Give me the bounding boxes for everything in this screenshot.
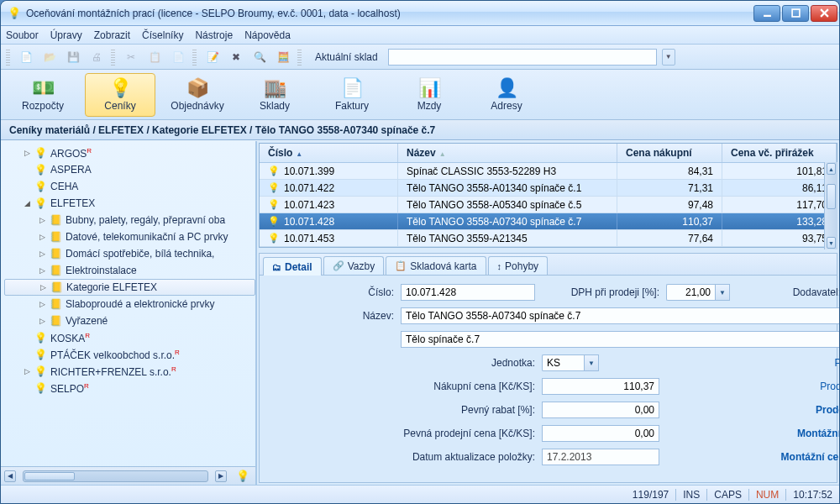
tree-item[interactable]: 💡PTÁČEK velkoobchod s.r.o.R xyxy=(4,346,255,363)
expand-icon[interactable]: ▷ xyxy=(24,149,31,157)
tree-hscrollbar[interactable] xyxy=(23,470,208,482)
copy-icon[interactable]: 📋 xyxy=(145,48,164,66)
nav-icon: 📊 xyxy=(416,77,443,99)
grid-vscrollbar[interactable]: ▲ ▼ xyxy=(824,162,837,249)
field-dph[interactable] xyxy=(666,284,715,301)
field-cislo[interactable] xyxy=(401,284,535,301)
col-cislo[interactable]: Číslo▲ xyxy=(260,144,398,162)
menu-ciselniky[interactable]: Číselníky xyxy=(142,29,183,41)
maximize-button[interactable] xyxy=(782,5,809,22)
nav-rozpočty[interactable]: 💵Rozpočty xyxy=(8,73,78,117)
table-row[interactable]: 💡10.071.428Tělo TANGO 3558-A07340 spínač… xyxy=(260,213,837,230)
tree-bulb-icon[interactable]: 💡 xyxy=(234,467,252,486)
tree-item[interactable]: ▷📒Kategorie ELFETEX xyxy=(4,279,255,296)
nav-mzdy[interactable]: 📊Mzdy xyxy=(394,73,465,117)
tab-pohyby[interactable]: ↕Pohyby xyxy=(488,256,549,275)
jednotka-dropdown-icon[interactable]: ▼ xyxy=(584,354,599,371)
tab-skladová-karta[interactable]: 📋Skladová karta xyxy=(386,256,486,275)
expand-icon[interactable]: ▷ xyxy=(24,367,31,375)
search-icon[interactable]: 🔍 xyxy=(250,48,269,66)
dph-dropdown-icon[interactable]: ▼ xyxy=(715,284,730,301)
menu-zobrazit[interactable]: Zobrazit xyxy=(94,29,130,41)
tree-item[interactable]: ▷📒Vyřazené xyxy=(4,312,255,329)
table-row[interactable]: 💡10.071.422Tělo TANGO 3558-A01340 spínač… xyxy=(260,180,837,197)
paste-icon[interactable]: 📄 xyxy=(169,48,187,66)
table-row[interactable]: 💡10.071.423Tělo TANGO 3558-A05340 spínač… xyxy=(260,197,837,213)
scroll-right-icon[interactable]: ▶ xyxy=(215,470,227,482)
nav-objednávky[interactable]: 📦Objednávky xyxy=(162,73,233,117)
field-nazev[interactable] xyxy=(401,307,840,324)
expand-icon[interactable]: ▷ xyxy=(39,216,46,224)
table-row[interactable]: 💡10.071.453Tělo TANGO 3559-A2134577,6493… xyxy=(260,230,837,247)
col-nazev[interactable]: Název▲ xyxy=(398,144,617,162)
open-icon[interactable]: 📂 xyxy=(40,48,59,66)
tree-item[interactable]: 💡ASPERA xyxy=(4,161,255,178)
field-pevna[interactable] xyxy=(542,425,659,442)
tree-item[interactable]: ▷📒Elektroinstalace xyxy=(4,262,255,279)
tab-label: Vazby xyxy=(348,260,375,272)
new-icon[interactable]: 📄 xyxy=(17,48,35,66)
nav-label: Rozpočty xyxy=(22,100,64,112)
expand-icon[interactable]: ◢ xyxy=(24,199,31,207)
nav-adresy[interactable]: 👤Adresy xyxy=(471,73,542,117)
expand-icon[interactable]: ▷ xyxy=(39,300,46,308)
tree-item[interactable]: ▷📒Domácí spotřebiče, bílá technika, xyxy=(4,245,255,262)
save-icon[interactable]: 💾 xyxy=(64,48,82,66)
scroll-left-icon[interactable]: ◀ xyxy=(4,470,16,482)
calc-icon[interactable]: 🧮 xyxy=(274,48,292,66)
sklad-dropdown-icon[interactable]: ▼ xyxy=(662,49,675,66)
grid-header: Číslo▲ Název▲ Cena nákupní Cena vč. přir… xyxy=(260,144,837,163)
row-icon: 💡 xyxy=(268,199,280,210)
tree-icon: 💡 xyxy=(34,164,47,176)
delete-icon[interactable]: ✖ xyxy=(227,48,245,66)
menu-upravy[interactable]: Úpravy xyxy=(50,29,82,41)
tree-item[interactable]: ▷📒Datové, telekomunikační a PC prvky xyxy=(4,228,255,245)
tree-label: ARGOSR xyxy=(50,147,92,160)
tree-item[interactable]: ▷💡RICHTER+FRENZEL s.r.o.R xyxy=(4,363,255,380)
nav-ceníky[interactable]: 💡Ceníky xyxy=(85,73,155,117)
expand-icon[interactable]: ▷ xyxy=(39,249,46,258)
nav-buttons: 💵Rozpočty💡Ceníky📦Objednávky🏬Sklady📄Faktu… xyxy=(1,70,839,120)
menu-napoveda[interactable]: Nápověda xyxy=(244,29,291,41)
print-icon[interactable]: 🖨 xyxy=(87,48,106,66)
newitem-icon[interactable]: 📝 xyxy=(203,48,222,66)
tab-detail[interactable]: 🗂Detail xyxy=(263,257,322,276)
expand-icon[interactable]: ▷ xyxy=(40,283,47,291)
col-nakupni[interactable]: Cena nákupní xyxy=(617,144,722,162)
cut-icon[interactable]: ✂ xyxy=(122,48,140,66)
sklad-input[interactable] xyxy=(388,49,657,66)
table-row[interactable]: 💡10.071.399Spínač CLASSIC 3553-52289 H38… xyxy=(260,163,837,180)
minimize-button[interactable] xyxy=(753,5,780,22)
cell-prirazky: 133,28 xyxy=(722,213,837,229)
nav-faktury[interactable]: 📄Faktury xyxy=(317,73,387,117)
tree-item[interactable]: ▷📒Bubny, palety, regály, přepravní oba xyxy=(4,212,255,228)
tree-item[interactable]: ▷📒Slaboproudé a elektronické prvky xyxy=(4,296,255,312)
expand-icon[interactable]: ▷ xyxy=(39,317,46,325)
field-nazev2[interactable] xyxy=(401,331,840,348)
tree-label: PTÁČEK velkoobchod s.r.o.R xyxy=(50,349,180,361)
tab-vazby[interactable]: 🔗Vazby xyxy=(323,256,384,275)
window-title: Oceňování montážních prací (licence - SE… xyxy=(26,8,753,19)
tree-label: Elektroinstalace xyxy=(66,265,137,276)
nav-sklady[interactable]: 🏬Sklady xyxy=(239,73,310,117)
tree-icon: 💡 xyxy=(34,197,47,209)
field-jednotka[interactable] xyxy=(542,354,584,371)
tab-label: Pohyby xyxy=(505,260,538,272)
tree-item[interactable]: ▷💡ARGOSR xyxy=(4,144,255,161)
lbl-nakup: Nákupní cena [Kč/KS]: xyxy=(268,381,535,392)
close-button[interactable] xyxy=(811,5,837,22)
field-nakup[interactable] xyxy=(542,378,659,395)
tree-item[interactable]: ◢💡ELFETEX xyxy=(4,195,255,212)
expand-icon[interactable]: ▷ xyxy=(39,266,46,275)
cell-nazev: Tělo TANGO 3559-A21345 xyxy=(398,230,617,246)
tree-item[interactable]: 💡KOSKAR xyxy=(4,329,255,346)
col-prirazky[interactable]: Cena vč. přirážek xyxy=(722,144,837,162)
tree-item[interactable]: 💡CEHA xyxy=(4,178,255,195)
tab-icon: ↕ xyxy=(497,261,502,271)
menu-soubor[interactable]: Soubor xyxy=(6,29,39,41)
tree-item[interactable]: 💡SELPOR xyxy=(4,380,255,396)
field-rabat[interactable] xyxy=(542,402,659,418)
expand-icon[interactable]: ▷ xyxy=(39,233,46,241)
cell-prirazky: 101,81 xyxy=(722,163,837,179)
menu-nastroje[interactable]: Nástroje xyxy=(195,29,233,41)
